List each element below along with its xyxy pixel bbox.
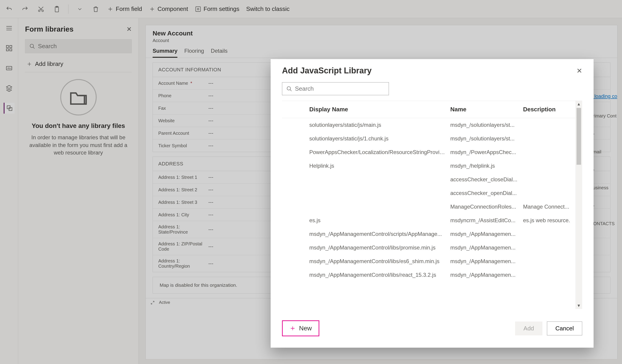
table-row[interactable]: PowerAppsChecker/Localization/ResourceSt… <box>282 146 582 159</box>
add-button: Add <box>515 322 543 335</box>
table-row[interactable]: msdyn_/AppManagementControl/scripts/AppM… <box>282 227 582 241</box>
col-display-name[interactable]: Display Name <box>309 106 450 113</box>
cell-display-name: msdyn_/AppManagementControl/libs/promise… <box>309 244 450 251</box>
cell-description <box>523 122 578 128</box>
table-row[interactable]: Helplink.jsmsdyn_/helplink.js <box>282 159 582 173</box>
svg-point-15 <box>287 87 291 90</box>
cell-description <box>523 272 578 278</box>
cell-name: msdyncrm_/AssistEditCo... <box>450 217 523 224</box>
cell-name: msdyn_/helplink.js <box>450 163 523 169</box>
cell-description <box>523 244 578 251</box>
cell-display-name: es.js <box>309 217 450 224</box>
table-row[interactable]: solutionlayers/static/js/1.chunk.jsmsdyn… <box>282 132 582 146</box>
cell-display-name: msdyn_/AppManagementControl/scripts/AppM… <box>309 231 450 237</box>
dialog-search[interactable] <box>282 82 389 95</box>
scroll-thumb[interactable] <box>577 108 581 165</box>
cell-display-name: msdyn_/AppManagementControl/libs/es6_shi… <box>309 258 450 264</box>
cell-description <box>523 163 578 169</box>
col-name[interactable]: Name <box>450 106 523 113</box>
scrollbar[interactable]: ▲ ▼ <box>575 101 582 309</box>
cell-description <box>523 231 578 237</box>
library-table: Display Name Name Description solutionla… <box>282 101 582 309</box>
cell-name: msdyn_/AppManagemen... <box>450 258 523 264</box>
cell-description <box>523 176 578 183</box>
table-row[interactable]: msdyn_/AppManagementControl/libs/promise… <box>282 241 582 255</box>
cell-name: accessChecker_openDial... <box>450 190 523 196</box>
cell-display-name: solutionlayers/static/js/main.js <box>309 122 450 128</box>
cell-description <box>523 149 578 155</box>
cell-display-name: solutionlayers/static/js/1.chunk.js <box>309 135 450 142</box>
cell-display-name <box>309 190 450 196</box>
table-row[interactable]: solutionlayers/static/js/main.jsmsdyn_/s… <box>282 118 582 132</box>
table-row[interactable]: accessChecker_openDial... <box>282 186 582 200</box>
cell-description: Manage Connect... <box>523 204 578 210</box>
cell-name: msdyn_/solutionlayers/st... <box>450 122 523 128</box>
cell-description: es.js web resource. <box>523 217 578 224</box>
scroll-down-icon[interactable]: ▼ <box>577 303 581 308</box>
col-description[interactable]: Description <box>523 106 578 113</box>
cell-name: msdyn_/AppManagemen... <box>450 231 523 237</box>
cell-display-name <box>309 204 450 210</box>
cancel-button[interactable]: Cancel <box>547 322 582 335</box>
table-row[interactable]: ManageConnectionRoles...Manage Connect..… <box>282 200 582 214</box>
add-js-library-dialog: Add JavaScript Library ✕ Display Name Na… <box>271 59 594 348</box>
cell-display-name: PowerAppsChecker/Localization/ResourceSt… <box>309 149 450 155</box>
cell-description <box>523 135 578 142</box>
cell-name: msdyn_/PowerAppsChec... <box>450 149 523 155</box>
cell-display-name: Helplink.js <box>309 163 450 169</box>
cell-display-name <box>309 176 450 183</box>
table-header: Display Name Name Description <box>282 101 582 118</box>
new-button[interactable]: New <box>282 320 319 336</box>
dialog-search-input[interactable] <box>295 85 385 92</box>
cell-name: msdyn_/AppManagemen... <box>450 244 523 251</box>
cell-name: accessChecker_closeDial... <box>450 176 523 183</box>
cell-display-name: msdyn_/AppManagementControl/libs/react_1… <box>309 272 450 278</box>
cell-description <box>523 190 578 196</box>
cell-name: msdyn_/AppManagemen... <box>450 272 523 278</box>
new-button-label: New <box>299 325 312 332</box>
cell-name: ManageConnectionRoles... <box>450 204 523 210</box>
dialog-close-icon[interactable]: ✕ <box>577 67 582 75</box>
table-row[interactable]: msdyn_/AppManagementControl/libs/es6_shi… <box>282 255 582 268</box>
table-row[interactable]: es.jsmsdyncrm_/AssistEditCo...es.js web … <box>282 214 582 227</box>
dialog-title: Add JavaScript Library <box>282 66 372 75</box>
table-row[interactable]: msdyn_/AppManagementControl/libs/react_1… <box>282 268 582 282</box>
cell-description <box>523 258 578 264</box>
search-icon <box>286 86 292 92</box>
scroll-up-icon[interactable]: ▲ <box>577 102 581 107</box>
table-row[interactable]: accessChecker_closeDial... <box>282 173 582 186</box>
cell-name: msdyn_/solutionlayers/st... <box>450 135 523 142</box>
